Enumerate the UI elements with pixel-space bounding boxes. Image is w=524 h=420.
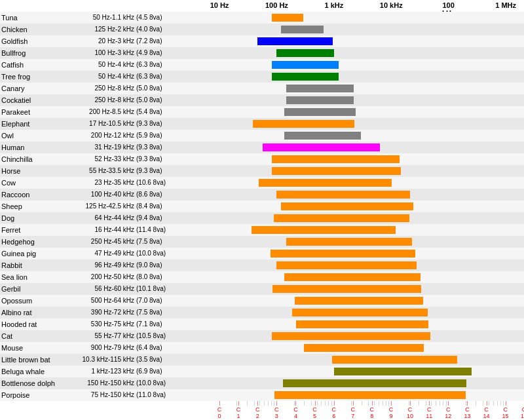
animal-octaves: (10.1 8va) bbox=[136, 283, 218, 295]
animal-octaves: (8.6 8va) bbox=[136, 189, 218, 200]
animal-row: Dog64 Hz-44 kHz(9.4 8va) bbox=[0, 212, 524, 224]
animal-row: Tree frog50 Hz-4 kHz(6.3 8va) bbox=[0, 71, 524, 83]
animal-row: Little brown bat10.3 kHz-115 kHz(3.5 8va… bbox=[0, 354, 524, 366]
frequency-bar bbox=[286, 85, 353, 92]
animal-octaves: (4.5 8va) bbox=[136, 12, 218, 24]
animal-range: 75 Hz-150 kHz bbox=[56, 389, 134, 401]
freq-header-label: 1 MHz bbox=[493, 1, 519, 9]
animal-octaves: (9.4 8va) bbox=[136, 212, 218, 224]
animal-range: 50 Hz-1.1 kHz bbox=[56, 12, 134, 24]
animal-range: 200 Hz-8.5 kHz bbox=[56, 106, 134, 118]
frequency-bar bbox=[257, 37, 333, 45]
c-label: C7 bbox=[346, 407, 360, 420]
frequency-bar bbox=[274, 214, 409, 222]
animal-octaves: (10.5 8va) bbox=[136, 330, 218, 342]
animal-name: Ferret bbox=[1, 224, 55, 236]
animal-row: Tuna50 Hz-1.1 kHz(4.5 8va) bbox=[0, 12, 524, 24]
animal-octaves: (6.3 8va) bbox=[136, 59, 218, 71]
animal-row: Porpoise75 Hz-150 kHz(11.0 8va) bbox=[0, 389, 524, 401]
frequency-bar bbox=[295, 297, 423, 305]
animal-name: Dog bbox=[1, 212, 55, 224]
animal-octaves: (9.3 8va) bbox=[136, 118, 218, 130]
frequency-bar bbox=[332, 356, 457, 364]
frequency-bar bbox=[259, 179, 392, 187]
frequency-bar bbox=[281, 202, 413, 210]
animal-octaves: (9.3 8va) bbox=[136, 165, 218, 177]
animal-range: 125 Hz-42.5 kHz bbox=[56, 200, 134, 212]
frequency-bar bbox=[334, 368, 472, 375]
animal-row: Chinchilla52 Hz-33 kHz(9.3 8va) bbox=[0, 153, 524, 165]
animal-range: 55 Hz-77 kHz bbox=[56, 330, 134, 342]
animal-row: Sea lion200 Hz-50 kHz(8.0 8va) bbox=[0, 271, 524, 283]
animal-name: Sheep bbox=[1, 200, 55, 212]
frequency-bar bbox=[304, 344, 424, 352]
frequency-bar bbox=[292, 309, 428, 316]
animal-row: Ferret16 Hz-44 kHz(11.4 8va) bbox=[0, 224, 524, 236]
frequency-bar bbox=[252, 226, 396, 234]
animal-range: 20 Hz-3 kHz bbox=[56, 35, 134, 47]
frequency-bar bbox=[272, 61, 339, 69]
animal-row: Hooded rat530 Hz-75 kHz(7.1 8va) bbox=[0, 318, 524, 330]
frequency-bar bbox=[253, 120, 354, 128]
animal-octaves: (6.9 8va) bbox=[136, 366, 218, 377]
animal-row: Cat55 Hz-77 kHz(10.5 8va) bbox=[0, 330, 524, 342]
frequency-bar bbox=[283, 379, 466, 387]
animal-row: Horse55 Hz-33.5 kHz(9.3 8va) bbox=[0, 165, 524, 177]
frequency-bar bbox=[276, 261, 417, 269]
animal-name: Mouse bbox=[1, 342, 55, 354]
animal-name: Raccoon bbox=[1, 189, 55, 200]
animal-octaves: (3.5 8va) bbox=[136, 354, 218, 366]
frequency-bar bbox=[272, 73, 339, 81]
frequency-bar bbox=[276, 191, 410, 199]
animal-row: Chicken125 Hz-2 kHz(4.0 8va) bbox=[0, 24, 524, 35]
animal-row: Human31 Hz-19 kHz(9.3 8va) bbox=[0, 142, 524, 153]
freq-header-label: 1 kHz bbox=[321, 1, 347, 9]
animal-octaves: (5.4 8va) bbox=[136, 106, 218, 118]
c-label: C10 bbox=[403, 407, 417, 420]
animal-range: 1 kHz-123 kHz bbox=[56, 366, 134, 377]
animal-name: Hooded rat bbox=[1, 318, 55, 330]
animal-range: 250 Hz-8 kHz bbox=[56, 83, 134, 94]
animal-range: 47 Hz-49 kHz bbox=[56, 248, 134, 259]
animal-range: 50 Hz-4 kHz bbox=[56, 59, 134, 71]
animal-row: Elephant17 Hz-10.5 kHz(9.3 8va) bbox=[0, 118, 524, 130]
animal-range: 125 Hz-2 kHz bbox=[56, 24, 134, 35]
animal-octaves: (7.0 8va) bbox=[136, 295, 218, 307]
animal-name: Horse bbox=[1, 165, 55, 177]
animal-name: Guinea pig bbox=[1, 248, 55, 259]
animal-range: 250 Hz-45 kHz bbox=[56, 236, 134, 248]
animal-octaves: (10.0 8va) bbox=[136, 377, 218, 389]
animal-name: Bottlenose dolphin bbox=[1, 377, 55, 389]
animal-row: Owl200 Hz-12 kHz(5.9 8va) bbox=[0, 130, 524, 142]
animal-range: 250 Hz-8 kHz bbox=[56, 94, 134, 106]
animal-name: Chicken bbox=[1, 24, 55, 35]
animal-range: 96 Hz-49 kHz bbox=[56, 259, 134, 271]
animal-row: Canary250 Hz-8 kHz(5.0 8va) bbox=[0, 83, 524, 94]
animal-name: Chinchilla bbox=[1, 153, 55, 165]
animal-range: 200 Hz-12 kHz bbox=[56, 130, 134, 142]
frequency-bar bbox=[272, 155, 400, 163]
animal-octaves: (9.3 8va) bbox=[136, 153, 218, 165]
animal-octaves: (8.4 8va) bbox=[136, 200, 218, 212]
animal-row: Albino rat390 Hz-72 kHz(7.5 8va) bbox=[0, 307, 524, 318]
animal-octaves: (9.0 8va) bbox=[136, 259, 218, 271]
animal-octaves: (11.0 8va) bbox=[136, 389, 218, 401]
animal-name: Hedgehog bbox=[1, 236, 55, 248]
chart-container: 10 Hz100 Hz1 kHz10 kHz100 kHz1 MHzTuna50… bbox=[0, 0, 524, 420]
animal-row: Beluga whale1 kHz-123 kHz(6.9 8va) bbox=[0, 366, 524, 377]
animal-name: Bullfrog bbox=[1, 47, 55, 59]
animal-range: 500 Hz-64 kHz bbox=[56, 295, 134, 307]
animal-name: Opossum bbox=[1, 295, 55, 307]
animal-range: 56 Hz-60 kHz bbox=[56, 283, 134, 295]
c-label: C12 bbox=[441, 407, 455, 420]
animal-range: 900 Hz-79 kHz bbox=[56, 342, 134, 354]
animal-range: 10.3 kHz-115 kHz bbox=[56, 354, 134, 366]
frequency-bar bbox=[263, 143, 380, 151]
animal-row: Cow23 Hz-35 kHz(10.6 8va) bbox=[0, 177, 524, 189]
animal-row: Opossum500 Hz-64 kHz(7.0 8va) bbox=[0, 295, 524, 307]
animal-name: Human bbox=[1, 142, 55, 153]
c-label: C2 bbox=[251, 407, 264, 420]
animal-row: Cockatiel250 Hz-8 kHz(5.0 8va) bbox=[0, 94, 524, 106]
animal-octaves: (9.3 8va) bbox=[136, 142, 218, 153]
c-label: C15 bbox=[499, 407, 512, 420]
